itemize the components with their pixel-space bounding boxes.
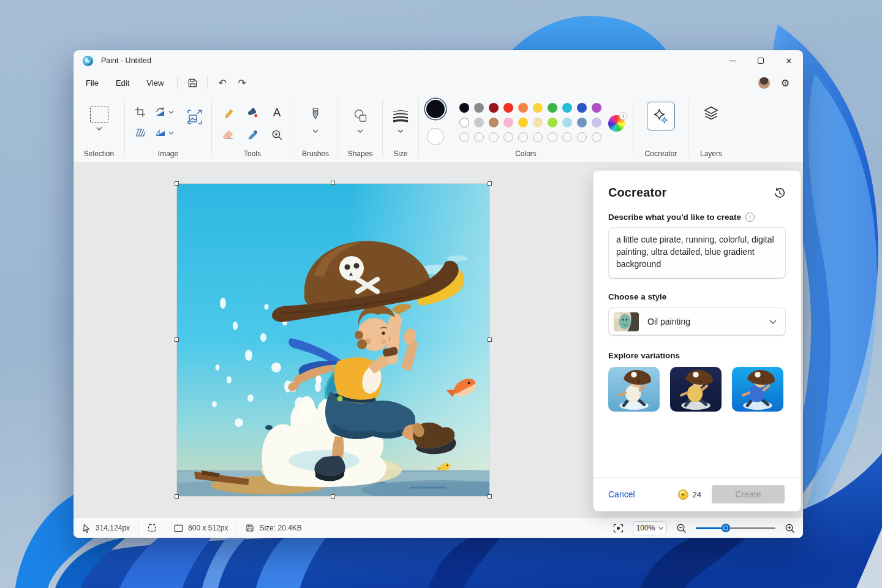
color-swatch[interactable] (489, 103, 499, 113)
menu-file[interactable]: File (77, 75, 107, 91)
empty-color-slot[interactable] (503, 132, 513, 142)
secondary-color-swatch[interactable] (427, 128, 444, 145)
resize-handle-nw[interactable] (175, 181, 179, 186)
shapes-group[interactable]: Shapes (338, 94, 382, 162)
cocreator-panel: Cocreator Describe what you'd like to cr… (593, 170, 801, 511)
image-options-button[interactable] (186, 108, 204, 129)
chevron-down-icon[interactable] (96, 127, 102, 130)
selection-tool-group[interactable]: Selection (74, 94, 124, 162)
resize-handle-e[interactable] (488, 337, 492, 342)
primary-color-swatch[interactable] (426, 100, 445, 118)
empty-color-slot[interactable] (548, 132, 557, 142)
create-button[interactable]: Create (712, 485, 785, 503)
zoom-in-icon[interactable] (785, 523, 795, 533)
variations-label: Explore variations (608, 351, 786, 360)
history-icon[interactable] (774, 187, 786, 199)
window-title: Paint - Untitled (101, 56, 151, 65)
eraser-tool-icon[interactable] (222, 129, 234, 140)
crop-icon[interactable] (135, 107, 146, 118)
zoom-fit-icon[interactable] (613, 524, 624, 533)
zoom-level-dropdown[interactable]: 100% (633, 521, 667, 535)
save-icon (187, 78, 198, 88)
color-swatch[interactable] (459, 118, 469, 127)
color-swatch[interactable] (459, 103, 469, 113)
edit-colors-button[interactable]: + (608, 115, 625, 132)
empty-color-slot[interactable] (577, 132, 587, 142)
color-swatch[interactable] (577, 103, 587, 113)
colors-group: + Colors (419, 94, 633, 162)
color-swatch[interactable] (562, 103, 572, 113)
resize-handle-w[interactable] (175, 337, 179, 342)
color-swatch[interactable] (548, 103, 557, 113)
selection-tool-icon[interactable] (90, 107, 108, 123)
status-separator (236, 522, 237, 533)
undo-button[interactable]: ↶ (213, 74, 232, 91)
chevron-down-icon (357, 129, 363, 133)
flip-button[interactable] (155, 129, 174, 138)
canvas-image[interactable] (177, 184, 489, 496)
color-swatch[interactable] (503, 118, 513, 127)
cocreator-panel-title: Cocreator (608, 186, 666, 200)
variation-thumbnail-3[interactable] (732, 367, 783, 412)
settings-gear-icon[interactable]: ⚙ (781, 77, 790, 89)
size-group-label: Size (383, 149, 418, 158)
zoom-out-icon[interactable] (676, 523, 687, 533)
minimize-button[interactable] (718, 50, 747, 71)
zoom-slider[interactable] (696, 524, 775, 532)
cocreator-button[interactable] (647, 102, 675, 130)
empty-color-slot[interactable] (533, 132, 543, 142)
resize-handle-n[interactable] (331, 181, 335, 185)
resize-handle-se[interactable] (488, 494, 492, 499)
color-swatch[interactable] (592, 103, 601, 113)
color-swatch[interactable] (518, 118, 528, 127)
rotate-button[interactable] (154, 107, 174, 117)
color-swatch[interactable] (562, 118, 572, 127)
color-swatch[interactable] (518, 103, 528, 113)
empty-color-slot[interactable] (474, 132, 484, 142)
menu-view[interactable]: View (138, 75, 172, 91)
account-avatar[interactable] (758, 77, 770, 89)
variation-thumbnail-1[interactable] (608, 367, 660, 412)
maximize-button[interactable] (747, 50, 775, 71)
empty-color-slot[interactable] (518, 132, 528, 142)
color-swatch[interactable] (489, 118, 499, 127)
credits-count: 24 (693, 490, 701, 499)
style-dropdown[interactable]: Oil painting (608, 307, 786, 336)
fill-tool-icon[interactable] (246, 107, 258, 119)
menu-edit[interactable]: Edit (107, 75, 138, 91)
prompt-input[interactable]: a little cute pirate, running, colorful,… (608, 227, 786, 279)
color-swatch[interactable] (548, 118, 557, 127)
brushes-group[interactable]: Brushes (293, 94, 337, 162)
save-button[interactable] (183, 74, 202, 91)
redo-button[interactable]: ↷ (232, 74, 252, 91)
empty-color-slot[interactable] (562, 132, 572, 142)
title-bar: Paint - Untitled ✕ (74, 50, 803, 71)
color-swatch[interactable] (592, 118, 601, 127)
resize-handle-s[interactable] (331, 494, 335, 499)
layers-group[interactable]: Layers (689, 94, 733, 162)
resize-handle-sw[interactable] (175, 494, 179, 499)
resize-skew-icon[interactable] (135, 128, 146, 138)
variation-thumbnail-2[interactable] (670, 367, 722, 412)
tools-group-label: Tools (212, 149, 293, 158)
empty-color-slot[interactable] (592, 132, 601, 142)
color-picker-tool-icon[interactable] (247, 129, 258, 141)
zoom-slider-thumb[interactable] (722, 524, 730, 532)
color-swatch[interactable] (533, 118, 543, 127)
resize-handle-ne[interactable] (488, 181, 492, 186)
color-swatch[interactable] (577, 118, 587, 127)
color-swatch[interactable] (533, 103, 543, 113)
text-tool-icon[interactable]: A (273, 106, 281, 119)
empty-color-slot[interactable] (459, 132, 469, 142)
empty-color-slot[interactable] (489, 132, 499, 142)
cancel-button[interactable]: Cancel (608, 489, 635, 499)
describe-label: Describe what you'd like to create (608, 213, 741, 222)
color-swatch[interactable] (474, 118, 484, 127)
pencil-tool-icon[interactable] (222, 107, 234, 119)
size-group[interactable]: Size (383, 94, 418, 162)
info-icon[interactable]: i (745, 213, 755, 222)
color-swatch[interactable] (474, 103, 484, 113)
close-button[interactable]: ✕ (775, 50, 803, 71)
color-swatch[interactable] (503, 103, 513, 113)
magnifier-tool-icon[interactable] (271, 129, 283, 141)
